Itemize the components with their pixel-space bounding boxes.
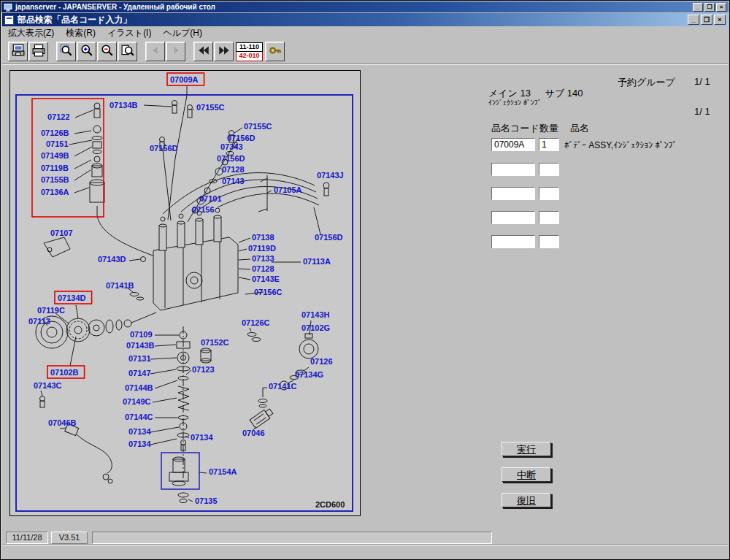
remote-close-button[interactable]: × (716, 3, 726, 12)
part-label-07343[interactable]: 07343 (220, 142, 243, 151)
part-code-input-2[interactable] (491, 163, 535, 176)
part-label-07101[interactable]: 07101 (199, 194, 222, 203)
key-button[interactable] (265, 42, 285, 61)
part-qty-input-4[interactable] (539, 211, 559, 224)
part-label-07126[interactable]: 07126 (310, 357, 333, 366)
part-label-07126B[interactable]: 07126B (41, 129, 69, 137)
menu-item-1[interactable]: 拡大表示(Z) (2, 27, 60, 39)
part-label-07156D[interactable]: 07156D (217, 154, 245, 163)
part-label-07113A[interactable]: 07113A (303, 257, 331, 266)
part-label-07138[interactable]: 07138 (252, 233, 274, 242)
part-label-07119B[interactable]: 07119B (41, 164, 69, 172)
prev-page-button[interactable] (145, 42, 165, 61)
part-label-07046[interactable]: 07046 (242, 429, 265, 437)
part-label-07149B[interactable]: 07149B (41, 151, 69, 160)
part-label-07119D[interactable]: 07119D (248, 244, 276, 253)
remote-desktop-window: japanserver - JAPANSERVER - Удаленный ра… (0, 0, 730, 560)
print-button[interactable] (28, 42, 48, 61)
part-label-07155B[interactable]: 07155B (41, 175, 69, 184)
part-label-07143H[interactable]: 07143H (301, 310, 330, 319)
part-label-07143C[interactable]: 07143C (34, 381, 62, 390)
part-label-07154A[interactable]: 07154A (209, 467, 237, 476)
restore-button[interactable]: 復旧 (502, 493, 551, 507)
injection-pump-illustration[interactable]: 07009A07134B07155C0712207155C07126B07156… (10, 71, 360, 515)
zoom-out-button[interactable] (97, 42, 117, 61)
part-label-07134G[interactable]: 07134G (295, 370, 323, 379)
part-label-07155C[interactable]: 07155C (244, 122, 272, 131)
part-qty-input-5[interactable] (539, 235, 559, 248)
part-label-07134B[interactable]: 07134B (110, 101, 138, 110)
part-label-07123[interactable]: 07123 (192, 365, 215, 374)
part-label-07105A[interactable]: 07105A (274, 185, 302, 194)
part-label-07143E[interactable]: 07143E (252, 275, 280, 283)
part-label-07149C[interactable]: 07149C (123, 397, 151, 406)
remote-desktop-icon (4, 3, 12, 12)
part-label-07113[interactable]: 07113 (28, 317, 50, 326)
part-label-07156D[interactable]: 07156D (150, 144, 178, 153)
part-label-07122[interactable]: 07122 (47, 112, 70, 121)
app-restore-button[interactable]: ❐ (701, 15, 712, 25)
app-close-button[interactable]: × (714, 15, 726, 25)
part-label-07143D[interactable]: 07143D (98, 255, 126, 264)
part-code-input-3[interactable] (491, 187, 535, 200)
part-label-07128[interactable]: 07128 (252, 264, 274, 273)
app-minimize-button[interactable]: _ (688, 15, 699, 25)
part-label-07133[interactable]: 07133 (252, 254, 274, 263)
part-code-input-1[interactable] (491, 138, 535, 151)
part-label-07134[interactable]: 07134 (128, 440, 151, 448)
part-label-07107[interactable]: 07107 (50, 229, 73, 237)
remote-restore-button[interactable]: ❐ (704, 3, 715, 12)
part-qty-input-3[interactable] (539, 187, 559, 200)
reserve-group-label: 予約グループ (618, 76, 675, 89)
remote-minimize-button[interactable]: _ (693, 3, 703, 12)
part-label-07135[interactable]: 07135 (195, 496, 218, 505)
remote-titlebar: japanserver - JAPANSERVER - Удаленный ра… (1, 1, 729, 12)
screen-print-button[interactable] (8, 42, 28, 61)
interrupt-button[interactable]: 中断 (502, 467, 551, 482)
menu-item-3[interactable]: イラスト(I) (101, 27, 157, 39)
part-label-07102G[interactable]: 07102G (301, 323, 330, 332)
part-label-07009A[interactable]: 07009A (170, 75, 199, 84)
zoom-in-button[interactable] (77, 42, 96, 61)
part-label-07134D[interactable]: 07134D (58, 294, 86, 302)
part-label-07147[interactable]: 07147 (128, 369, 151, 377)
part-code-input-5[interactable] (491, 235, 535, 248)
part-label-07156D[interactable]: 07156D (227, 134, 256, 142)
part-label-07119C[interactable]: 07119C (37, 306, 65, 315)
part-label-07152C[interactable]: 07152C (201, 338, 229, 347)
part-label-07151[interactable]: 07151 (46, 139, 69, 148)
part-label-07156D[interactable]: 07156D (315, 233, 343, 242)
part-label-07144B[interactable]: 07144B (125, 383, 153, 392)
part-label-07134[interactable]: 07134 (128, 427, 151, 436)
zoom-area-button[interactable] (56, 42, 76, 61)
next-page-button[interactable] (166, 42, 185, 61)
part-label-07126C[interactable]: 07126C (242, 318, 270, 327)
part-label-07143J[interactable]: 07143J (317, 171, 344, 180)
execute-button[interactable]: 実行 (502, 442, 551, 456)
part-label-07136A[interactable]: 07136A (41, 188, 69, 196)
part-label-07046B[interactable]: 07046B (48, 418, 77, 427)
part-label-07143B[interactable]: 07143B (126, 341, 155, 350)
part-qty-input-1[interactable] (539, 138, 559, 151)
next-illustration-button[interactable] (214, 42, 234, 61)
menu-item-2[interactable]: 検索(R) (60, 27, 101, 39)
part-label-07141B[interactable]: 07141B (106, 281, 134, 290)
part-label-07143[interactable]: 07143 (222, 177, 245, 185)
part-label-07156C[interactable]: 07156C (254, 288, 283, 296)
part-label-07128[interactable]: 07128 (222, 165, 245, 174)
part-qty-input-2[interactable] (539, 163, 559, 176)
part-label-07155C[interactable]: 07155C (196, 103, 225, 112)
part-label-07131[interactable]: 07131 (128, 354, 151, 363)
prev-illustration-button[interactable] (193, 42, 213, 61)
part-code-input-4[interactable] (491, 211, 535, 224)
part-label-07109[interactable]: 07109 (130, 330, 153, 339)
app-icon (4, 15, 14, 25)
part-label-07141C[interactable]: 07141C (269, 382, 297, 391)
parts-rows: ﾎﾞﾃﾞｰ ASSY,ｲﾝｼﾞｪｸｼｮﾝ ﾎﾟﾝﾌﾟ (475, 138, 728, 313)
part-label-07156[interactable]: 07156 (192, 205, 215, 214)
menu-item-4[interactable]: ヘルプ(H) (157, 27, 208, 39)
zoom-reset-button[interactable] (118, 42, 137, 61)
part-label-07102B[interactable]: 07102B (50, 368, 79, 377)
part-label-07144C[interactable]: 07144C (125, 413, 153, 421)
part-label-07134[interactable]: 07134 (191, 433, 213, 442)
